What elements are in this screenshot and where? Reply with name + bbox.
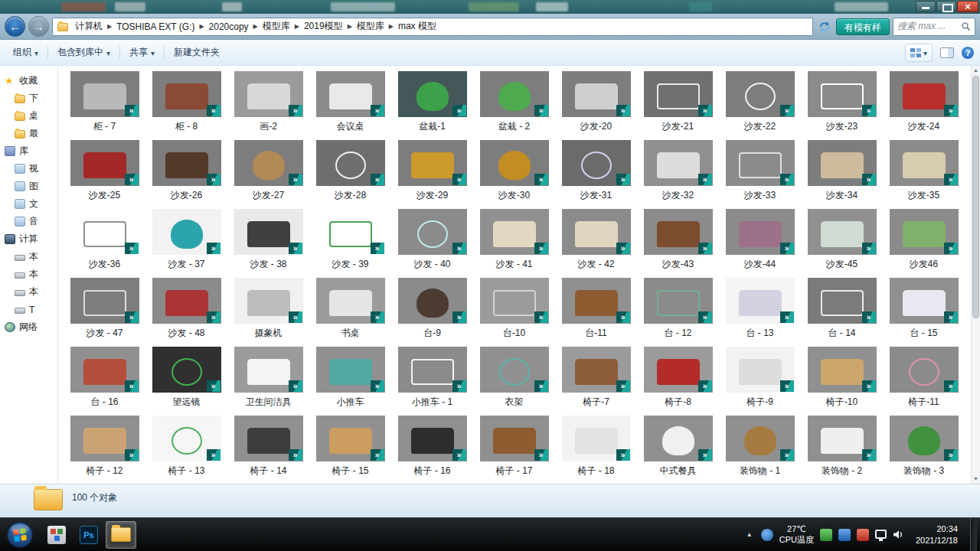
file-item[interactable]: 小推车	[309, 344, 391, 412]
file-item[interactable]: 椅子-7	[555, 344, 637, 412]
file-item[interactable]: 台 - 13	[719, 275, 801, 344]
file-item[interactable]: 沙发-30	[473, 137, 555, 206]
file-item[interactable]: 沙发-23	[801, 68, 883, 137]
taskbar-photoshop-button[interactable]: Ps	[74, 521, 104, 549]
file-item[interactable]: 沙发 - 41	[473, 206, 555, 275]
breadcrumb-item[interactable]: 模型库	[259, 18, 294, 34]
file-item[interactable]: 沙发-27	[227, 137, 309, 206]
file-item[interactable]: 书桌	[309, 275, 391, 344]
sidebar-item[interactable]: 视	[0, 160, 57, 178]
file-item[interactable]: 台 - 14	[801, 275, 883, 344]
hidden-icons-button[interactable]	[744, 531, 755, 538]
tray-green-icon[interactable]	[820, 529, 832, 541]
sidebar-item[interactable]: T	[0, 301, 57, 318]
file-item[interactable]: 沙发 - 39	[309, 206, 391, 275]
address-bar[interactable]: 计算机 TOSHIBA EXT (G:) 2020copy 模型库 2019模型…	[52, 18, 813, 36]
file-item[interactable]: 柜 - 7	[64, 68, 145, 137]
file-item[interactable]: 椅子-8	[637, 344, 719, 412]
file-item[interactable]: 台-10	[473, 275, 555, 344]
file-item[interactable]: 椅子 - 17	[473, 412, 555, 481]
file-item[interactable]: 沙发-20	[555, 68, 637, 137]
tray-red-icon[interactable]	[857, 529, 869, 541]
file-item[interactable]: 望远镜	[145, 344, 227, 412]
show-desktop-button[interactable]	[970, 518, 977, 551]
sidebar-item[interactable]: 库	[0, 142, 57, 160]
file-item[interactable]: 沙发-44	[719, 206, 801, 275]
sidebar-item[interactable]: 收藏	[0, 72, 57, 90]
breadcrumb-item[interactable]: 2020copy	[205, 20, 253, 34]
help-button[interactable]: ?	[962, 47, 974, 59]
breadcrumb-item[interactable]: max 模型	[394, 18, 440, 34]
file-item[interactable]: 沙发 - 42	[555, 206, 637, 275]
file-item[interactable]: 卫生间洁具	[227, 344, 309, 412]
file-item[interactable]: 画-2	[227, 68, 309, 137]
file-item[interactable]: 盆栽-1	[391, 68, 473, 137]
file-item[interactable]: 装饰物 - 3	[883, 412, 965, 481]
file-item[interactable]: 椅子 - 12	[64, 412, 145, 481]
file-item[interactable]: 会议桌	[309, 68, 391, 137]
sidebar-item[interactable]: 网络	[0, 318, 57, 336]
file-item[interactable]: 椅子 - 16	[391, 412, 473, 481]
file-item[interactable]: 沙发-36	[64, 206, 145, 275]
file-item[interactable]: 台 - 15	[883, 275, 965, 344]
scrollbar-thumb[interactable]	[972, 76, 979, 318]
sidebar-item[interactable]: 最	[0, 125, 57, 142]
vertical-scrollbar[interactable]: ▲ ▼	[971, 66, 980, 484]
file-item[interactable]: 台 - 12	[637, 275, 719, 344]
toolbar-button[interactable]: 新建文件夹	[167, 42, 227, 63]
file-item[interactable]: 椅子 - 14	[227, 412, 309, 481]
file-item[interactable]: 椅子 - 18	[555, 412, 637, 481]
file-item[interactable]: 沙发46	[883, 206, 965, 275]
tray-blue-icon[interactable]	[838, 529, 851, 541]
file-item[interactable]: 柜 - 8	[145, 68, 227, 137]
file-item[interactable]: 沙发-34	[801, 137, 883, 206]
sidebar-item[interactable]: 计算	[0, 230, 57, 248]
sidebar-item[interactable]: 文	[0, 195, 57, 213]
close-button[interactable]	[957, 1, 978, 12]
maximize-button[interactable]	[936, 1, 956, 12]
file-item[interactable]: 椅子-10	[801, 344, 883, 412]
file-item[interactable]: 台-9	[391, 275, 473, 344]
file-item[interactable]: 沙发-21	[637, 68, 719, 137]
sidebar-item[interactable]: 图	[0, 178, 57, 195]
toolbar-button[interactable]: 包含到库中	[51, 42, 117, 63]
file-item[interactable]: 椅子-9	[719, 344, 801, 412]
file-item[interactable]: 小推车 - 1	[391, 344, 473, 412]
sidebar-item[interactable]: 下	[0, 90, 57, 107]
file-item[interactable]: 沙发 - 37	[145, 206, 227, 275]
file-item[interactable]: 椅子 - 15	[309, 412, 391, 481]
file-item[interactable]: 沙发-29	[391, 137, 473, 206]
scroll-down-icon[interactable]: ▼	[972, 474, 980, 484]
file-item[interactable]: 装饰物 - 2	[801, 412, 883, 481]
change-view-button[interactable]	[905, 44, 933, 62]
sidebar-item[interactable]: 音	[0, 213, 57, 230]
breadcrumb-item[interactable]: 2019模型	[300, 18, 347, 34]
file-item[interactable]: 沙发 - 40	[391, 206, 473, 275]
refresh-icon[interactable]	[816, 18, 833, 36]
forward-button[interactable]	[28, 16, 49, 37]
sidebar-item[interactable]: 本	[0, 266, 57, 283]
preview-pane-button[interactable]	[940, 47, 954, 58]
plugin-button[interactable]: 有模有样	[836, 18, 890, 35]
taskbar-clock[interactable]: 20:34 2021/12/18	[910, 523, 964, 546]
file-item[interactable]: 衣架	[473, 344, 555, 412]
sidebar-item[interactable]: 桌	[0, 107, 57, 125]
file-item[interactable]: 沙发-32	[637, 137, 719, 206]
file-item[interactable]: 摄象机	[227, 275, 309, 344]
file-item[interactable]: 沙发-26	[145, 137, 227, 206]
sidebar-item[interactable]: 本	[0, 248, 57, 266]
file-item[interactable]: 沙发-22	[719, 68, 801, 137]
start-button[interactable]	[6, 521, 34, 549]
cpu-temp-widget[interactable]: 27℃ CPU温度	[779, 524, 814, 546]
file-item[interactable]: 沙发-33	[719, 137, 801, 206]
file-item[interactable]: 沙发-45	[801, 206, 883, 275]
volume-icon[interactable]	[893, 530, 903, 540]
file-item[interactable]: 中式餐具	[637, 412, 719, 481]
file-item[interactable]: 盆栽 - 2	[473, 68, 555, 137]
back-button[interactable]	[5, 16, 25, 37]
file-item[interactable]: 沙发 - 48	[145, 275, 227, 344]
file-item[interactable]: 沙发-43	[637, 206, 719, 275]
breadcrumb-item[interactable]: TOSHIBA EXT (G:)	[113, 20, 198, 34]
search-input[interactable]: 搜索 max ...	[893, 18, 975, 36]
file-item[interactable]: 台-11	[555, 275, 637, 344]
